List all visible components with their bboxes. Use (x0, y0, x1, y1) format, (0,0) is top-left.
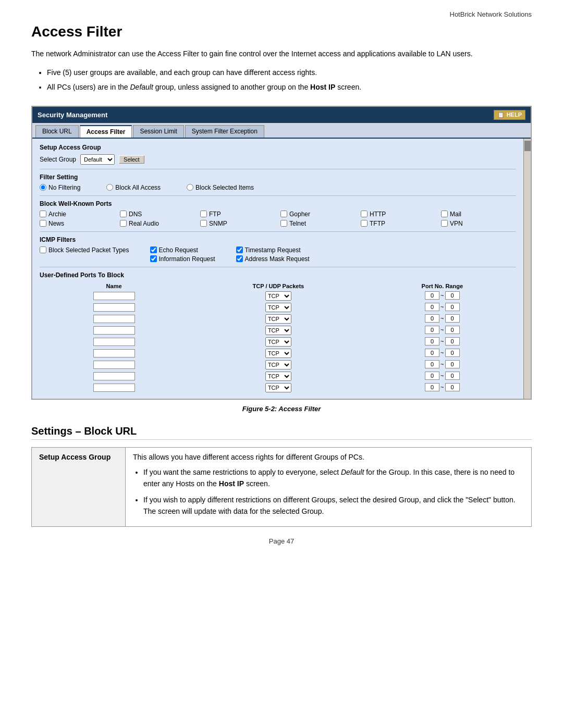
tcp-select-5[interactable]: TCP UDP (265, 349, 291, 358)
icmp-col-right: Timestamp Request Address Mask Request (236, 246, 310, 263)
chk-tftp[interactable]: TFTP (361, 220, 436, 227)
filter-options-row: No Filtering Block All Access Block Sele… (40, 184, 516, 191)
table-row: TCP UDP ~ (40, 336, 516, 348)
name-input-8[interactable] (93, 384, 135, 392)
col-port-header: Port No. Range (369, 282, 516, 290)
setup-group-title: Setup Access Group (40, 144, 516, 151)
chk-vpn[interactable]: VPN (441, 220, 516, 227)
company-name: HotBrick Network Solutions (31, 10, 532, 18)
page-number: Page 47 (31, 537, 532, 545)
tcp-select-3[interactable]: TCP UDP (265, 326, 291, 335)
name-input-5[interactable] (93, 349, 135, 357)
name-input-1[interactable] (93, 303, 135, 312)
port-to-3[interactable] (445, 326, 460, 334)
port-from-4[interactable] (425, 337, 439, 346)
port-to-8[interactable] (445, 383, 460, 391)
port-to-2[interactable] (445, 314, 460, 323)
help-button[interactable]: 📋 HELP (494, 110, 525, 120)
tab-block-url[interactable]: Block URL (35, 125, 79, 138)
port-from-7[interactable] (425, 372, 439, 380)
chk-mail[interactable]: Mail (441, 211, 516, 218)
figure-caption: Figure 5-2: Access Filter (31, 405, 532, 413)
chk-timestamp-request[interactable]: Timestamp Request (236, 246, 310, 254)
tabs-row: Block URL Access Filter Session Limit Sy… (32, 123, 531, 139)
col-name-header: Name (40, 282, 188, 290)
chk-ftp[interactable]: FTP (200, 211, 275, 218)
tcp-select-0[interactable]: TCP UDP (265, 291, 291, 301)
name-input-2[interactable] (93, 315, 135, 323)
intro-paragraph: The network Administrator can use the Ac… (31, 48, 532, 59)
table-row: TCP UDP ~ (40, 325, 516, 336)
icmp-title: ICMP Filters (40, 236, 516, 243)
select-group-label: Select Group (40, 156, 76, 163)
tcp-select-1[interactable]: TCP UDP (265, 303, 291, 312)
name-input-3[interactable] (93, 326, 135, 335)
name-input-6[interactable] (93, 361, 135, 369)
chk-telnet[interactable]: Telnet (280, 220, 356, 227)
chk-archie[interactable]: Archie (40, 211, 115, 218)
panel-title: Security Management (38, 111, 107, 119)
group-dropdown[interactable]: Default Group 1 Group 2 Group 3 Group 4 (80, 154, 115, 165)
port-to-0[interactable] (445, 291, 460, 300)
chk-snmp[interactable]: SNMP (200, 220, 275, 227)
radio-no-filtering[interactable]: No Filtering (40, 184, 80, 191)
scrollbar[interactable] (523, 139, 531, 399)
tcp-select-2[interactable]: TCP UDP (265, 314, 291, 324)
col-tcp-header: TCP / UDP Packets (188, 282, 369, 290)
setup-group-cell-header: Setup Access Group (32, 447, 126, 527)
block-ports-grid: Archie DNS FTP Gopher HTTP Mail News Rea… (40, 211, 516, 227)
tcp-select-7[interactable]: TCP UDP (265, 372, 291, 381)
user-defined-table: Name TCP / UDP Packets Port No. Range TC… (40, 282, 516, 393)
select-button[interactable]: Select (119, 155, 144, 164)
tab-access-filter[interactable]: Access Filter (80, 125, 132, 138)
name-input-4[interactable] (93, 338, 135, 346)
tcp-select-6[interactable]: TCP UDP (265, 360, 291, 369)
tcp-select-4[interactable]: TCP UDP (265, 337, 291, 347)
name-input-0[interactable] (93, 292, 135, 300)
port-from-8[interactable] (425, 383, 439, 391)
port-from-3[interactable] (425, 326, 439, 334)
chk-address-mask[interactable]: Address Mask Request (236, 255, 310, 263)
tab-session-limit[interactable]: Session Limit (133, 125, 183, 138)
chk-realaudio[interactable]: Real Audio (120, 220, 195, 227)
port-to-6[interactable] (445, 360, 460, 368)
chk-info-request[interactable]: Information Request (150, 255, 215, 263)
chk-block-packet-types[interactable]: Block Selected Packet Types (40, 246, 129, 254)
port-from-0[interactable] (425, 291, 439, 300)
setup-group-cell-body: This allows you have different access ri… (126, 447, 532, 527)
port-from-1[interactable] (425, 303, 439, 311)
radio-block-all[interactable]: Block All Access (106, 184, 161, 191)
chk-gopher[interactable]: Gopher (280, 211, 356, 218)
bullet-2: All PCs (users) are in the Default group… (47, 81, 532, 93)
settings-table: Setup Access Group This allows you have … (31, 447, 532, 527)
tab-system-filter-exception[interactable]: System Filter Exception (185, 125, 264, 138)
port-to-7[interactable] (445, 372, 460, 380)
chk-echo-request[interactable]: Echo Request (150, 246, 215, 254)
table-row: TCP UDP ~ (40, 359, 516, 371)
help-icon: 📋 (497, 112, 505, 118)
port-from-5[interactable] (425, 349, 439, 357)
bullet-1: Five (5) user groups are available, and … (47, 67, 532, 78)
port-to-4[interactable] (445, 337, 460, 346)
radio-block-selected[interactable]: Block Selected Items (187, 184, 254, 191)
icmp-row: Block Selected Packet Types Echo Request (40, 246, 516, 263)
port-from-2[interactable] (425, 314, 439, 323)
name-input-7[interactable] (93, 372, 135, 380)
screenshot-panel: Security Management 📋 HELP Block URL Acc… (31, 106, 532, 400)
page-title: Access Filter (31, 23, 532, 40)
chk-http[interactable]: HTTP (361, 211, 436, 218)
icmp-col-left: Echo Request Information Request (150, 246, 215, 263)
filter-setting-title: Filter Setting (40, 174, 516, 181)
chk-news[interactable]: News (40, 220, 115, 227)
port-to-1[interactable] (445, 303, 460, 311)
table-row: TCP UDP ~ (40, 371, 516, 382)
chk-dns[interactable]: DNS (120, 211, 195, 218)
table-row: TCP UDP ~ (40, 290, 516, 302)
table-row: TCP UDP ~ (40, 348, 516, 359)
tcp-select-8[interactable]: TCP UDP (265, 383, 291, 392)
setup-group-row: Select Group Default Group 1 Group 2 Gro… (40, 154, 516, 165)
port-from-6[interactable] (425, 360, 439, 368)
port-to-5[interactable] (445, 349, 460, 357)
bullet-points: Five (5) user groups are available, and … (47, 67, 532, 93)
table-row: TCP UDP ~ (40, 302, 516, 313)
